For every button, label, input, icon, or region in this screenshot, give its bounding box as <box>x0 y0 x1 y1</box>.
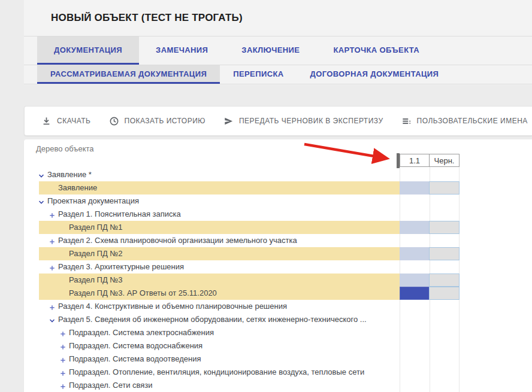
version-cell[interactable] <box>400 221 430 234</box>
plus-icon[interactable] <box>59 355 66 363</box>
tree-row-label: Раздел 4. Конструктивные и объемно плани… <box>58 300 287 313</box>
chevron-down-icon[interactable] <box>38 197 45 205</box>
send-icon <box>223 116 234 126</box>
tree-row[interactable]: Подраздел. Система водоснабжения <box>24 339 532 353</box>
tree-row[interactable]: Раздел 2. Схема планировочной организаци… <box>24 234 532 247</box>
history-clock-icon <box>109 116 119 126</box>
tree-row[interactable]: Раздел 1. Пояснительная записка <box>24 208 532 221</box>
download-button[interactable]: СКАЧАТЬ <box>41 116 91 126</box>
toolbar-button-label: ПОКАЗАТЬ ИСТОРИЮ <box>125 117 205 125</box>
tree-row[interactable]: Подраздел. Система водоотведения <box>24 353 532 366</box>
app-root: НОВЫЙ ОБЪЕКТ (ТЕСТ НЕ ТРОГАТЬ) ДОКУМЕНТА… <box>0 0 532 392</box>
tree-row-label: Заявление * <box>47 168 92 181</box>
tree-row-label: Раздел 3. Архитектурные решения <box>58 260 184 274</box>
tree-row[interactable]: Подраздел. Сети связи <box>24 379 532 392</box>
tree-row[interactable]: Заявление <box>24 181 532 195</box>
tab-documentation[interactable]: ДОКУМЕНТАЦИЯ <box>37 37 139 65</box>
tree-row-label: Раздел ПД №3. АР Ответы от 25.11.2020 <box>69 287 217 300</box>
column-header[interactable]: Черн. <box>429 154 460 167</box>
tree-row[interactable]: Подраздел. Отопление, вентиляция, кондиц… <box>24 366 532 379</box>
list-names-icon <box>401 116 412 126</box>
tree-row[interactable]: Раздел 5. Сведения об инженерном оборудо… <box>24 313 532 326</box>
tree-panel-label: Дерево объекта <box>36 144 94 153</box>
submit-draft-button[interactable]: ПЕРЕДАТЬ ЧЕРНОВИК В ЭКСПЕРТИЗУ <box>223 116 383 126</box>
toolbar-button-label: ПЕРЕДАТЬ ЧЕРНОВИК В ЭКСПЕРТИЗУ <box>239 117 383 125</box>
version-cell[interactable] <box>400 181 430 195</box>
tab-reviewed-documentation[interactable]: РАССМАТРИВАЕМАЯ ДОКУМЕНТАЦИЯ <box>37 65 220 84</box>
tree-row[interactable]: Проектная документация <box>24 195 532 208</box>
draft-cell[interactable] <box>429 287 460 300</box>
title-row: НОВЫЙ ОБЪЕКТ (ТЕСТ НЕ ТРОГАТЬ) <box>24 0 532 37</box>
chevron-down-icon[interactable] <box>49 316 56 323</box>
version-cell[interactable] <box>400 287 430 300</box>
tab-correspondence[interactable]: ПЕРЕПИСКА <box>220 65 297 84</box>
version-cell[interactable] <box>400 274 430 287</box>
tree-row-label: Подраздел. Система водоотведения <box>69 353 201 366</box>
show-history-button[interactable]: ПОКАЗАТЬ ИСТОРИЮ <box>109 116 205 126</box>
plus-icon[interactable] <box>59 382 66 389</box>
tree-row[interactable]: Раздел 4. Конструктивные и объемно плани… <box>24 300 532 313</box>
tree-row-label: Подраздел. Система электроснабжения <box>69 326 214 339</box>
tree-row-label: Раздел ПД №3 <box>69 274 123 287</box>
tree-row-label: Проектная документация <box>47 195 139 208</box>
tree-row-label: Раздел 2. Схема планировочной организаци… <box>58 234 297 247</box>
tree-row-label: Заявление <box>58 181 97 195</box>
column-header[interactable]: 1.1 <box>400 154 430 167</box>
plus-icon[interactable] <box>59 329 66 336</box>
primary-tabs: ДОКУМЕНТАЦИЯЗАМЕЧАНИЯЗАКЛЮЧЕНИЕКАРТОЧКА … <box>24 37 532 65</box>
tree-panel: Дерево объекта Заявление *ЗаявлениеПроек… <box>24 139 532 392</box>
plus-icon[interactable] <box>59 342 66 350</box>
secondary-tabs: РАССМАТРИВАЕМАЯ ДОКУМЕНТАЦИЯПЕРЕПИСКАДОГ… <box>24 65 532 84</box>
tab-contract-documentation[interactable]: ДОГОВОРНАЯ ДОКУМЕНТАЦИЯ <box>297 65 452 84</box>
tree-row[interactable]: Раздел ПД №2 <box>24 247 532 260</box>
tab-remarks[interactable]: ЗАМЕЧАНИЯ <box>139 37 225 65</box>
tree-row[interactable]: Раздел ПД №3. АР Ответы от 25.11.2020 <box>24 287 532 300</box>
plus-icon[interactable] <box>49 303 56 310</box>
version-cell[interactable] <box>400 247 430 260</box>
plus-icon[interactable] <box>49 211 56 218</box>
plus-icon[interactable] <box>49 237 56 244</box>
toolbar-button-label: ПОЛЬЗОВАТЕЛЬСКИЕ ИМЕНА <box>417 117 528 125</box>
tree-row-label: Подраздел. Отопление, вентиляция, кондиц… <box>69 366 364 379</box>
draft-cell[interactable] <box>429 274 460 287</box>
tree-row-label: Подраздел. Система водоснабжения <box>69 339 202 353</box>
document-toolbar: СКАЧАТЬПОКАЗАТЬ ИСТОРИЮПЕРЕДАТЬ ЧЕРНОВИК… <box>24 106 532 136</box>
plus-icon[interactable] <box>59 369 66 376</box>
draft-cell[interactable] <box>429 221 460 234</box>
object-header: НОВЫЙ ОБЪЕКТ (ТЕСТ НЕ ТРОГАТЬ) ДОКУМЕНТА… <box>24 0 532 85</box>
tree-row-label: Раздел ПД №2 <box>69 247 123 260</box>
draft-cell[interactable] <box>429 247 460 260</box>
plus-icon[interactable] <box>49 263 56 271</box>
tree-row[interactable]: Заявление * <box>24 168 532 181</box>
tree-row-label: Раздел 1. Пояснительная записка <box>58 208 181 221</box>
tab-object-card[interactable]: КАРТОЧКА ОБЪЕКТА <box>316 37 436 65</box>
tree-row-label: Раздел ПД №1 <box>69 221 123 234</box>
draft-cell[interactable] <box>429 181 460 195</box>
tree-row-label: Подраздел. Сети связи <box>69 379 153 392</box>
tab-conclusion[interactable]: ЗАКЛЮЧЕНИЕ <box>225 37 316 65</box>
tree-row[interactable]: Подраздел. Система электроснабжения <box>24 326 532 339</box>
tree-row[interactable]: Раздел ПД №1 <box>24 221 532 234</box>
page-title: НОВЫЙ ОБЪЕКТ (ТЕСТ НЕ ТРОГАТЬ) <box>51 12 243 24</box>
tree-row-label: Раздел 5. Сведения об инженерном оборудо… <box>58 313 367 326</box>
tree-row[interactable]: Раздел ПД №3 <box>24 274 532 287</box>
download-icon <box>41 116 52 126</box>
toolbar-button-label: СКАЧАТЬ <box>57 117 91 125</box>
user-names-button[interactable]: ПОЛЬЗОВАТЕЛЬСКИЕ ИМЕНА <box>401 116 528 126</box>
chevron-down-icon[interactable] <box>38 171 45 178</box>
tree-row[interactable]: Раздел 3. Архитектурные решения <box>24 260 532 274</box>
